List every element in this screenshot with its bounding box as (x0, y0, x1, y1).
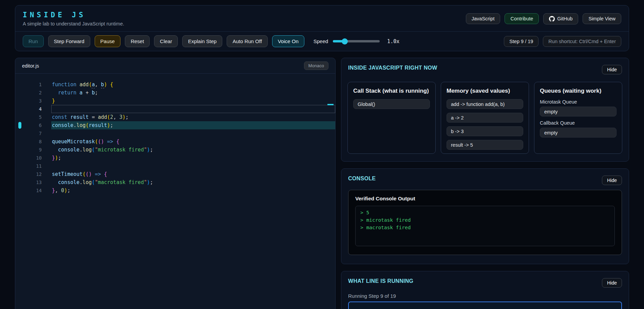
memory-entry: result -> 5 (447, 140, 523, 150)
code-line[interactable]: 8queueMicrotask(() => { (15, 138, 335, 146)
line-number: 9 (15, 146, 51, 154)
line-number: 3 (15, 97, 51, 105)
microtask-queue-value: empty (540, 107, 617, 116)
line-content: }); (51, 154, 335, 162)
pause-button[interactable]: Pause (95, 35, 121, 47)
line-number: 8 (15, 138, 51, 146)
line-content: }, 0); (51, 186, 335, 195)
app-subtitle: A simple lab to understand JavaScript ru… (23, 21, 124, 26)
app-header: INSIDE JS A simple lab to understand Jav… (15, 5, 629, 32)
explain-step-button[interactable]: Explain Step (182, 35, 222, 47)
line-number: 11 (15, 162, 51, 170)
code-line[interactable]: 5const result = add(2, 3); (15, 113, 335, 121)
console-panel: CONSOLE Hide Verified Console Output > 5… (341, 168, 629, 264)
line-number: 10 (15, 154, 51, 162)
running-line-box (348, 302, 622, 309)
memory-title: Memory (saved values) (447, 88, 523, 94)
line-number: 5 (15, 113, 51, 121)
code-line[interactable]: 6console.log(result); (15, 121, 335, 129)
code-line[interactable]: 4 (15, 105, 335, 113)
editor-filename: editor.js (22, 63, 39, 69)
speed-slider-thumb[interactable] (342, 38, 348, 44)
line-content: queueMicrotask(() => { (51, 138, 335, 146)
whatline-panel-title: WHAT LINE IS RUNNING (348, 278, 413, 284)
call-stack-items: Global() (353, 99, 430, 109)
contribute-button[interactable]: Contribute (505, 13, 539, 24)
whatline-panel: WHAT LINE IS RUNNING Hide Running Step 9… (341, 271, 629, 309)
console-line: > microtask fired (360, 216, 610, 224)
step-counter-badge: Step 9 / 19 (504, 36, 538, 47)
reset-button[interactable]: Reset (125, 35, 150, 47)
code-area[interactable]: 1function add(a, b) {2 return a + b;3}45… (15, 74, 335, 195)
code-line[interactable]: 10}); (15, 154, 335, 162)
line-number: 4 (15, 105, 51, 113)
queues-card: Queues (waiting work) Microtask Queue em… (534, 82, 622, 154)
call-stack-frame: Global() (353, 99, 430, 109)
github-button[interactable]: GitHub (543, 13, 578, 24)
memory-entry: a -> 2 (447, 113, 523, 123)
console-line: > macrotask fired (360, 224, 610, 231)
github-icon (549, 16, 555, 22)
code-line[interactable]: 12setTimeout(() => { (15, 170, 335, 178)
runtime-panel-title: INSIDE JAVASCRIPT RIGHT NOW (348, 65, 437, 71)
verified-console-title: Verified Console Output (355, 196, 615, 202)
code-line[interactable]: 1function add(a, b) { (15, 80, 335, 89)
memory-card: Memory (saved values) add -> function ad… (441, 82, 529, 154)
title-block: INSIDE JS A simple lab to understand Jav… (23, 11, 124, 26)
queues-title: Queues (waiting work) (540, 88, 617, 94)
line-content: const result = add(2, 3); (51, 113, 335, 121)
javascript-button[interactable]: JavaScript (466, 13, 500, 24)
line-number: 2 (15, 89, 51, 97)
line-number: 14 (15, 186, 51, 195)
call-stack-card: Call Stack (what is running) Global() (347, 82, 436, 154)
auto-run-toggle[interactable]: Auto Run Off (227, 35, 267, 47)
step-forward-button[interactable]: Step Forward (48, 35, 90, 47)
console-panel-title: CONSOLE (348, 176, 376, 182)
code-line[interactable]: 2 return a + b; (15, 89, 335, 97)
call-stack-title: Call Stack (what is running) (353, 88, 430, 94)
speed-label: Speed (314, 38, 328, 44)
code-line[interactable]: 7 (15, 129, 335, 138)
verified-console-card: Verified Console Output > 5> microtask f… (348, 190, 622, 255)
callback-queue-label: Callback Queue (540, 120, 617, 126)
whatline-hide-button[interactable]: Hide (602, 278, 622, 288)
toolbar: Run Step Forward Pause Reset Clear Expla… (15, 32, 629, 51)
console-hide-button[interactable]: Hide (602, 176, 622, 185)
microtask-queue-label: Microtask Queue (540, 99, 617, 105)
speed-value: 1.0x (387, 38, 399, 44)
running-step-status: Running Step 9 of 19 (341, 288, 629, 299)
runtime-hide-button[interactable]: Hide (602, 65, 622, 74)
code-line[interactable]: 13 console.log("macrotask fired"); (15, 178, 335, 186)
line-content (51, 129, 335, 138)
memory-items: add -> function add(a, b)a -> 2b -> 3res… (447, 99, 523, 150)
code-line[interactable]: 3} (15, 97, 335, 105)
clear-button[interactable]: Clear (154, 35, 178, 47)
code-line[interactable]: 11 (15, 162, 335, 170)
code-line[interactable]: 14}, 0); (15, 186, 335, 195)
top-card: INSIDE JS A simple lab to understand Jav… (15, 5, 629, 51)
code-editor: editor.js Monaco 1function add(a, b) {2 … (15, 58, 336, 309)
runtime-panel: INSIDE JAVASCRIPT RIGHT NOW Hide Call St… (341, 58, 629, 162)
code-line[interactable]: 9 console.log("microtask fired"); (15, 146, 335, 154)
voice-toggle[interactable]: Voice On (272, 35, 304, 47)
console-output[interactable]: > 5> microtask fired> macrotask fired (355, 206, 615, 246)
speed-control: Speed 1.0x (314, 38, 400, 44)
memory-entry: b -> 3 (447, 126, 523, 136)
speed-slider[interactable] (333, 40, 380, 42)
line-content: return a + b; (51, 89, 335, 97)
callback-queue-value: empty (540, 128, 617, 138)
line-number: 1 (15, 80, 51, 89)
line-content: function add(a, b) { (51, 80, 335, 89)
line-content: console.log("macrotask fired"); (51, 178, 335, 186)
toolbar-right: Step 9 / 19 Run shortcut: Ctrl/Cmd + Ent… (504, 36, 621, 47)
line-content (51, 105, 335, 113)
line-number: 13 (15, 178, 51, 186)
run-button[interactable]: Run (23, 35, 44, 47)
monaco-badge: Monaco (304, 61, 328, 70)
line-content: console.log("microtask fired"); (51, 146, 335, 154)
simple-view-button[interactable]: Simple View (583, 13, 621, 24)
overview-ruler-mark (327, 104, 334, 105)
line-content: setTimeout(() => { (51, 170, 335, 178)
run-shortcut-badge: Run shortcut: Ctrl/Cmd + Enter (543, 36, 621, 47)
active-line-marker (18, 122, 21, 129)
